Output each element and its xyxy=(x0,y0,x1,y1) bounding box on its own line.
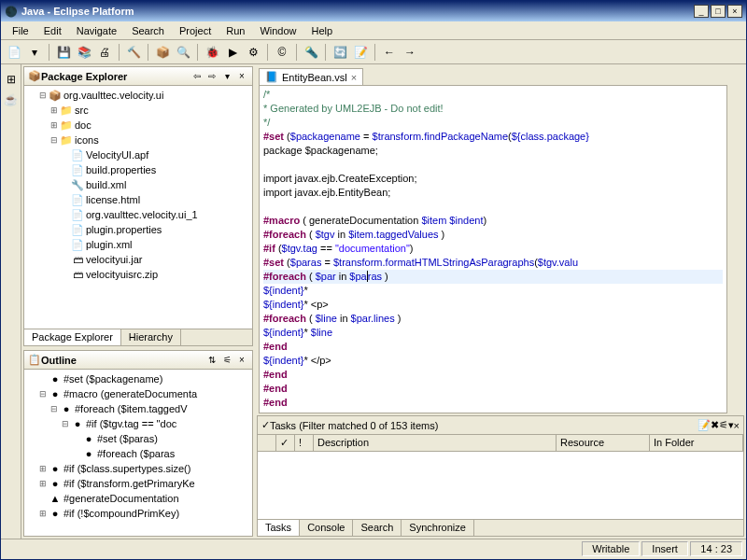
tree-item[interactable]: ⊟●#foreach ($item.taggedV xyxy=(26,401,250,416)
tree-item[interactable]: 📄build.properties xyxy=(26,162,250,177)
tab-search[interactable]: Search xyxy=(353,520,402,536)
code-line[interactable]: import javax.ejb.CreateException; xyxy=(263,172,723,186)
menu-navigate[interactable]: Navigate xyxy=(69,23,124,38)
tree-item[interactable]: 🗃velocityuisrc.zip xyxy=(26,267,250,282)
back-icon[interactable]: ← xyxy=(380,43,399,62)
tree-item[interactable]: ●#set ($packagename) xyxy=(26,371,250,386)
close-button[interactable]: × xyxy=(727,5,742,18)
new-class-icon[interactable]: © xyxy=(273,43,291,62)
filter-icon[interactable]: ⚟ xyxy=(220,354,233,367)
tree-item[interactable]: ⊟●#macro (generateDocumenta xyxy=(26,386,250,401)
column-header[interactable]: ! xyxy=(295,435,314,451)
tree-item[interactable]: ⊞●#if ($class.supertypes.size() xyxy=(26,461,250,476)
tree-item[interactable]: 📄VelocityUI.apf xyxy=(26,147,250,162)
open-perspective-icon[interactable]: ⊞ xyxy=(2,70,21,89)
menu-search[interactable]: Search xyxy=(124,23,172,38)
code-line[interactable]: #macro ( generateDocumentation $item $in… xyxy=(263,214,723,228)
ext-run-icon[interactable]: ⚙ xyxy=(244,43,262,62)
tab-tasks[interactable]: Tasks xyxy=(258,520,300,536)
annotate-icon[interactable]: 📝 xyxy=(351,43,370,62)
debug-icon[interactable]: 🐞 xyxy=(203,43,221,62)
menu-edit[interactable]: Edit xyxy=(36,23,69,38)
tasks-body[interactable] xyxy=(258,452,743,519)
code-line[interactable]: ${indent}* xyxy=(263,284,723,298)
code-editor[interactable]: /* * Generated by UML2EJB - Do not edit!… xyxy=(259,85,727,413)
print-icon[interactable]: 🖨 xyxy=(95,43,114,62)
code-line[interactable]: #end xyxy=(263,382,723,396)
tree-item[interactable]: ⊟●#if ($tgv.tag == "doc xyxy=(26,416,250,431)
tasks-del-icon[interactable]: ✖ xyxy=(711,419,719,431)
tree-item[interactable]: 📄plugin.xml xyxy=(26,237,250,252)
code-line[interactable]: ${indent}* </p> xyxy=(263,354,723,368)
code-line[interactable]: /* xyxy=(263,88,723,102)
code-line[interactable]: package $packagename; xyxy=(263,144,723,158)
code-line[interactable]: #foreach ( $par in $paras ) xyxy=(263,270,723,284)
code-line[interactable] xyxy=(263,200,723,214)
menu-project[interactable]: Project xyxy=(172,23,218,38)
tab-synchronize[interactable]: Synchronize xyxy=(402,520,474,536)
code-line[interactable]: #end xyxy=(263,340,723,354)
saveall-icon[interactable]: 📚 xyxy=(75,43,93,62)
build-icon[interactable]: 🔨 xyxy=(124,43,143,62)
tab-hierarchy[interactable]: Hierarchy xyxy=(121,329,181,345)
sort-icon[interactable]: ⇅ xyxy=(205,354,218,367)
editor-scrollbar[interactable] xyxy=(729,85,744,415)
new-icon[interactable]: 📄 xyxy=(5,43,23,62)
search-icon[interactable]: 🔦 xyxy=(302,43,320,62)
tree-item[interactable]: ⊟📁icons xyxy=(26,133,250,147)
tree-item[interactable]: ⊞📁doc xyxy=(26,118,250,133)
tree-item[interactable]: ▲#generateDocumentation xyxy=(26,491,250,506)
tree-item[interactable]: ⊞📁src xyxy=(26,103,250,118)
code-line[interactable]: ${indent}* <p> xyxy=(263,298,723,312)
titlebar[interactable]: 🌑 Java - Eclipse Platform _ □ × xyxy=(1,1,746,21)
dropdown-icon[interactable]: ▾ xyxy=(25,43,44,62)
tree-item[interactable]: 📄license.html xyxy=(26,192,250,207)
code-line[interactable]: #if ($tgv.tag == "documentation") xyxy=(263,242,723,256)
editor-tab[interactable]: 📘 EntityBean.vsl × xyxy=(259,68,363,85)
tree-item[interactable]: ●#set ($paras) xyxy=(26,431,250,446)
tasks-new-icon[interactable]: 📝 xyxy=(698,419,711,431)
code-line[interactable]: #set ($packagename = $transform.findPack… xyxy=(263,130,723,144)
save-icon[interactable]: 💾 xyxy=(54,43,73,62)
close-outline-icon[interactable]: × xyxy=(235,354,248,367)
sync-icon[interactable]: 🔄 xyxy=(331,43,349,62)
close-pane-icon[interactable]: × xyxy=(235,70,248,83)
tree-item[interactable]: 🗃velocityui.jar xyxy=(26,252,250,267)
back-nav-icon[interactable]: ⇦ xyxy=(190,70,204,83)
close-tab-icon[interactable]: × xyxy=(351,72,357,83)
code-line[interactable]: * Generated by UML2EJB - Do not edit! xyxy=(263,102,723,116)
menu-run[interactable]: Run xyxy=(218,23,252,38)
menu-window[interactable]: Window xyxy=(252,23,303,38)
column-header[interactable]: In Folder xyxy=(650,435,743,451)
tree-item[interactable]: ⊟📦org.vaulttec.velocity.ui xyxy=(26,88,250,103)
maximize-button[interactable]: □ xyxy=(711,5,726,18)
tab-package-explorer[interactable]: Package Explorer xyxy=(24,329,121,345)
code-line[interactable]: #set ($paras = $transform.formatHTMLStri… xyxy=(263,256,723,270)
tree-item[interactable]: 🔧build.xml xyxy=(26,177,250,192)
open-type-icon[interactable]: 🔍 xyxy=(174,43,192,62)
tree-item[interactable]: ●#foreach ($paras xyxy=(26,446,250,461)
code-line[interactable]: ${indent}* $line xyxy=(263,326,723,340)
menu-help[interactable]: Help xyxy=(304,23,341,38)
tree-item[interactable]: ⊞●#if ($transform.getPrimaryKe xyxy=(26,476,250,491)
column-header[interactable] xyxy=(258,435,276,451)
column-header[interactable]: Resource xyxy=(557,435,650,451)
tasks-close-icon[interactable]: × xyxy=(734,420,740,431)
code-line[interactable]: #foreach ( $line in $par.lines ) xyxy=(263,312,723,326)
external-icon[interactable]: 📦 xyxy=(153,43,172,62)
column-header[interactable]: Description xyxy=(314,435,557,451)
java-perspective-icon[interactable]: ☕ xyxy=(2,91,21,109)
code-line[interactable]: #end xyxy=(263,396,723,410)
code-line[interactable]: */ xyxy=(263,116,723,130)
forward-icon[interactable]: → xyxy=(401,43,419,62)
tree-item[interactable]: 📄plugin.properties xyxy=(26,222,250,237)
tree-item[interactable]: ⊞●#if (!$compoundPrimKey) xyxy=(26,506,250,521)
menu-icon[interactable]: ▾ xyxy=(220,70,233,83)
run-icon[interactable]: ▶ xyxy=(223,43,242,62)
menu-file[interactable]: File xyxy=(5,23,36,38)
outline-tree[interactable]: ●#set ($packagename)⊟●#macro (generateDo… xyxy=(24,370,252,536)
code-line[interactable]: import javax.ejb.EntityBean; xyxy=(263,186,723,200)
code-line[interactable]: #end xyxy=(263,368,723,382)
tasks-filter-icon[interactable]: ⚟ xyxy=(719,419,728,431)
code-line[interactable]: #foreach ( $tgv in $item.taggedValues ) xyxy=(263,228,723,242)
